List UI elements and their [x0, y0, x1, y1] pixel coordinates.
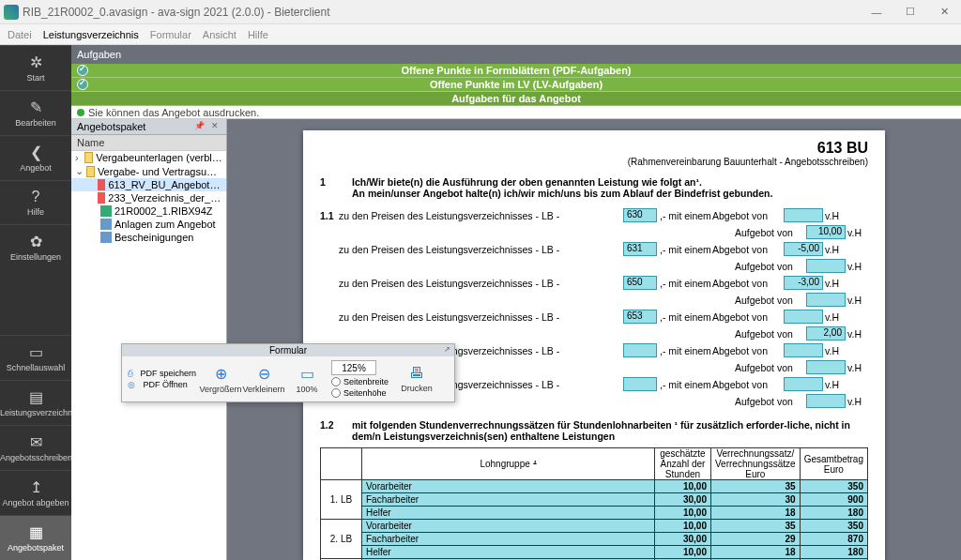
window-title: RIB_21R0002_0.avasign - ava-sign 2021 (2…	[23, 6, 860, 19]
zoom-input[interactable]	[331, 360, 376, 375]
panel-pin-icon[interactable]: 📌 ✕	[194, 121, 221, 132]
sidebar-item-angebotsschreiben[interactable]: ✉Angebotsschreiben	[0, 425, 71, 470]
sec-1: 1	[320, 176, 339, 188]
aufgebot-field[interactable]: 2,00	[806, 326, 846, 341]
table-cell[interactable]: Facharbeiter	[362, 493, 655, 507]
tree-item[interactable]: 21R0002_1.RIBX94Z	[71, 204, 226, 218]
sidebar-item-angebot abgeben[interactable]: ↥Angebot abgeben	[0, 470, 71, 515]
print-button[interactable]: 🖶Drucken	[394, 365, 439, 393]
table-cell[interactable]: 18	[711, 546, 801, 559]
tasks-label: Aufgaben	[71, 47, 961, 62]
zoom-100-button[interactable]: ▭100%	[288, 365, 326, 394]
formular-toolbar[interactable]: Formular↗ ⎙ PDF speichern ◎ PDF Öffnen ⊕…	[121, 343, 455, 402]
table-cell[interactable]: 30	[711, 493, 801, 507]
toolbar-expand-icon[interactable]: ↗	[444, 345, 450, 354]
pdf-open-button[interactable]: ◎ PDF Öffnen	[128, 380, 196, 389]
abgebot-field[interactable]	[784, 310, 823, 324]
zoom-out-button[interactable]: ⊖Verkleinern	[245, 365, 282, 394]
table-cell[interactable]: Helfer	[362, 507, 655, 520]
sidebar-item-hilfe[interactable]: ?Hilfe	[0, 180, 71, 224]
table-cell[interactable]: 350	[800, 520, 867, 533]
tree-item[interactable]: Bescheinigungen	[71, 231, 226, 244]
abgebot-field[interactable]	[784, 377, 823, 391]
task-header: Aufgaben	[71, 45, 961, 64]
aufgebot-field[interactable]	[806, 360, 846, 374]
sec-1-2: 1.2	[320, 419, 339, 442]
window-controls: — ☐ ✕	[860, 0, 961, 24]
minimize-button[interactable]: —	[860, 0, 893, 24]
table-cell[interactable]: 180	[800, 546, 867, 559]
table-cell[interactable]: 350	[800, 480, 867, 493]
sidebar-item-leistungsverzeichnis[interactable]: ▤Leistungsverzeichnis	[0, 380, 71, 425]
intro-text: Ich/Wir biete(n) die Ausführung der oben…	[352, 176, 868, 199]
lb-field[interactable]	[623, 343, 657, 357]
banner-pdf[interactable]: Offene Punkte in Formblättern (PDF-Aufga…	[71, 64, 961, 78]
abgebot-field[interactable]	[784, 208, 823, 222]
sidebar-item-angebot[interactable]: ❮Angebot	[0, 135, 71, 180]
abgebot-field[interactable]: -3,00	[784, 276, 823, 290]
abgebot-field[interactable]: -5,00	[784, 242, 823, 256]
sidebar-item-schnellauswahl[interactable]: ▭Schnellauswahl	[0, 335, 71, 380]
aufgebot-field[interactable]: 10,00	[806, 225, 846, 239]
table-cell[interactable]: 35	[711, 520, 801, 533]
doc-subtitle: (Rahmenvereinbarung Bauunterhalt - Angeb…	[320, 157, 868, 167]
note-bar: Sie können das Angebot ausdrucken.	[71, 106, 961, 119]
sidebar-item-angebotspaket[interactable]: ▦Angebotspaket	[0, 515, 71, 560]
menu-ansicht[interactable]: Ansicht	[203, 29, 236, 40]
table-cell[interactable]: 10,00	[655, 507, 711, 520]
table-cell[interactable]: Facharbeiter	[362, 533, 655, 546]
tree-item[interactable]: 233_Verzeichnis_der_Nachuntern...	[71, 191, 226, 204]
aufgebot-field[interactable]	[806, 259, 846, 273]
table-cell[interactable]: Helfer	[362, 546, 655, 559]
wage-table: Lohngruppe ⁴geschätzteAnzahl derStundenV…	[320, 447, 868, 560]
table-cell[interactable]: 10,00	[655, 520, 711, 533]
page-width-radio[interactable]: Seitenbreite	[331, 377, 389, 386]
table-cell[interactable]: 870	[800, 533, 867, 546]
sidebar-item-einstellungen[interactable]: ✿Einstellungen	[0, 224, 71, 269]
app-icon	[4, 5, 19, 20]
banner-angebot[interactable]: Aufgaben für das Angebot	[71, 92, 961, 106]
sidebar-item-start[interactable]: ✲Start	[0, 45, 71, 90]
close-button[interactable]: ✕	[927, 0, 961, 24]
tree-title: Angebotspaket	[77, 121, 145, 132]
menu-datei[interactable]: Datei	[8, 29, 32, 40]
table-cell[interactable]: 18	[711, 507, 801, 520]
maximize-button[interactable]: ☐	[893, 0, 927, 24]
pdf-save-button[interactable]: ⎙ PDF speichern	[128, 369, 196, 378]
lb-field[interactable]	[623, 377, 657, 391]
table-cell[interactable]: 180	[800, 507, 867, 520]
sidebar: ✲Start✎Bearbeiten❮Angebot?Hilfe✿Einstell…	[0, 45, 71, 560]
aufgebot-field[interactable]	[806, 394, 846, 408]
menu-formular[interactable]: Formular	[150, 29, 191, 40]
table-cell[interactable]: Vorarbeiter	[362, 480, 655, 493]
table-cell[interactable]: 10,00	[655, 546, 711, 559]
lb-field[interactable]: 650	[623, 276, 657, 290]
lb-field[interactable]: 630	[623, 208, 657, 222]
table-cell[interactable]: 35	[711, 480, 801, 493]
lb-field[interactable]: 631	[623, 242, 657, 256]
abgebot-field[interactable]	[784, 343, 823, 357]
banner-lv[interactable]: Offene Punkte im LV (LV-Aufgaben)	[71, 78, 961, 92]
doc-title: 613 BU	[320, 140, 868, 157]
zoom-in-button[interactable]: ⊕Vergrößern	[202, 365, 239, 394]
tree-item[interactable]: Anlagen zum Angebot	[71, 218, 226, 231]
page-height-radio[interactable]: Seitenhöhe	[331, 388, 389, 398]
tree-item[interactable]: ›Vergabeunterlagen (verbleiben beim ...	[71, 151, 226, 164]
aufgebot-field[interactable]	[806, 293, 846, 307]
table-cell[interactable]: 10,00	[655, 480, 711, 493]
document-viewport[interactable]: 613 BU (Rahmenvereinbarung Bauunterhalt …	[227, 119, 961, 560]
lb-field[interactable]: 653	[623, 310, 657, 324]
table-cell[interactable]: 900	[800, 493, 867, 507]
table-cell[interactable]: Vorarbeiter	[362, 520, 655, 533]
sidebar-item-bearbeiten[interactable]: ✎Bearbeiten	[0, 90, 71, 135]
sec-1-2-text: mit folgenden Stundenverrechnungssätzen …	[352, 419, 868, 442]
menu-leistungsverzeichnis[interactable]: Leistungsverzeichnis	[43, 29, 139, 40]
tree-item[interactable]: 613_RV_BU_Angebotsschreiben-...	[71, 178, 226, 191]
tree-col-name[interactable]: Name	[71, 135, 226, 151]
table-cell[interactable]: 29	[711, 533, 801, 546]
table-cell[interactable]: 30,00	[655, 533, 711, 546]
table-cell[interactable]: 30,00	[655, 493, 711, 507]
menu-hilfe[interactable]: Hilfe	[248, 29, 268, 40]
tree-item[interactable]: ⌄Vergabe- und Vertragsunterlagen (mü...	[71, 164, 226, 178]
toolbar-title: Formular	[269, 345, 307, 356]
